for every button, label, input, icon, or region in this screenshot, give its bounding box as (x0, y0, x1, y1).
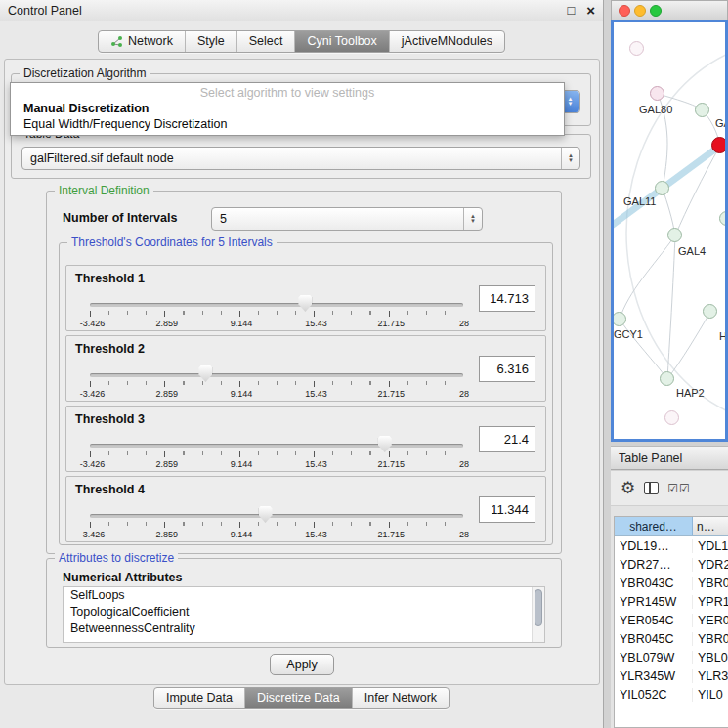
tab-cyni-toolbox[interactable]: Cyni Toolbox (294, 31, 388, 52)
list-item[interactable]: BetweennessCentrality (64, 621, 544, 637)
threshold-slider[interactable]: -3.4262.8599.14415.4321.71528 (90, 504, 463, 541)
network-node[interactable] (612, 312, 626, 326)
tab-select-label: Select (249, 34, 283, 48)
threshold-value-field[interactable]: 14.713 (479, 285, 535, 312)
table-row[interactable]: YDR27…YDR2 (615, 555, 728, 574)
slider-thumb[interactable] (198, 365, 212, 382)
tab-impute-data[interactable]: Impute Data (154, 688, 244, 708)
threshold-label: Threshold 3 (75, 412, 145, 426)
threshold-label: Threshold 1 (75, 272, 145, 285)
table-row[interactable]: YBL079WYBL0 (615, 648, 728, 666)
cyni-toolbox-panel: Discretization Algorithm ▲▼ Table Data g… (4, 59, 600, 685)
tab-style[interactable]: Style (185, 31, 236, 52)
table-row[interactable]: YDL19…YDL1 (615, 536, 728, 555)
slider-thumb[interactable] (259, 506, 273, 523)
threshold-slider[interactable]: -3.4262.8599.14415.4321.71528 (90, 364, 463, 401)
network-node[interactable] (667, 228, 682, 242)
table-data-combo[interactable]: galFiltered.sif default node ▲▼ (21, 147, 580, 170)
interval-definition-group: Interval Definition Number of Intervals … (46, 191, 562, 554)
threshold-slider[interactable]: -3.4262.8599.14415.4321.71528 (90, 434, 463, 471)
node-label: GAL4 (678, 245, 706, 257)
threshold-value-field[interactable]: 6.316 (479, 356, 535, 382)
close-icon[interactable]: × (586, 3, 595, 18)
network-window-titlebar[interactable] (611, 0, 728, 20)
attributes-group-label: Attributes to discretize (55, 551, 178, 565)
slider-track[interactable] (90, 373, 463, 377)
slider-thumb[interactable] (298, 295, 312, 312)
network-view-window: GAL80 GA GAL11 GAL4 GCY1 H HAP2 (611, 0, 728, 442)
table-panel: Table Panel ⚙ ☑☑ shared… n… YDL19…YDL1 Y… (611, 446, 728, 728)
threshold-value-field[interactable]: 21.4 (479, 426, 535, 452)
network-node[interactable] (703, 304, 717, 319)
table-panel-titlebar[interactable]: Table Panel (611, 446, 728, 470)
threshold-row: Threshold 4 11.344 -3.4262.8599.14415.43… (65, 476, 546, 542)
network-icon (110, 35, 123, 47)
table-columns-icon[interactable] (644, 482, 659, 494)
scrollbar[interactable] (532, 587, 544, 642)
column-header-name[interactable]: n… (693, 517, 728, 535)
threshold-value-field[interactable]: 11.344 (479, 496, 535, 523)
table-row[interactable]: YLR345WYLR3 (615, 666, 728, 685)
node-label: HAP2 (676, 387, 705, 399)
table-data-group: Table Data galFiltered.sif default node … (11, 134, 591, 179)
threshold-row: Threshold 2 6.316 -3.4262.8599.14415.432… (65, 335, 546, 402)
float-window-icon[interactable]: □ (567, 4, 575, 17)
network-node[interactable] (655, 181, 669, 195)
network-node[interactable] (629, 41, 644, 56)
apply-button[interactable]: Apply (270, 654, 334, 675)
network-node[interactable] (660, 371, 674, 386)
attributes-list: SelfLoops TopologicalCoefficient Between… (63, 586, 545, 643)
threshold-slider[interactable]: -3.4262.8599.14415.4321.71528 (90, 293, 463, 330)
tab-jactivemodules-label: jActiveMNodules (402, 34, 492, 48)
slider-thumb[interactable] (378, 436, 392, 452)
combo-arrows-icon: ▲▼ (561, 148, 579, 169)
tab-jactivemodules[interactable]: jActiveMNodules (389, 31, 504, 52)
table-panel-title: Table Panel (619, 451, 682, 465)
node-label: H (719, 330, 727, 342)
interval-definition-label: Interval Definition (55, 184, 153, 197)
slider-track[interactable] (90, 303, 463, 307)
slider-scale: -3.4262.8599.14415.4321.71528 (90, 319, 463, 328)
gear-icon[interactable]: ⚙ (621, 480, 635, 496)
menu-item-equal-width[interactable]: Equal Width/Frequency Discretization (11, 116, 564, 132)
network-node[interactable] (719, 211, 728, 226)
tab-select[interactable]: Select (236, 31, 295, 52)
tab-style-label: Style (197, 34, 225, 48)
list-item[interactable]: SelfLoops (64, 587, 544, 604)
number-of-intervals-combo[interactable]: 5 ▲▼ (211, 207, 483, 231)
tab-network[interactable]: Network (99, 31, 185, 52)
node-label: GA (715, 117, 728, 129)
menu-item-manual-discretization[interactable]: Manual Discretization (11, 101, 564, 116)
network-node-selected[interactable] (711, 137, 728, 153)
network-node-gal80[interactable] (650, 86, 664, 101)
table-toolbar: ⚙ ☑☑ (611, 471, 728, 506)
slider-track[interactable] (90, 514, 463, 518)
tab-network-label: Network (128, 34, 173, 48)
list-item[interactable]: TopologicalCoefficient (64, 604, 544, 621)
screen: Control Panel □ × Network Style Select (0, 0, 728, 728)
table-header-row: shared… n… (615, 517, 728, 536)
network-node[interactable] (664, 410, 679, 425)
table-row[interactable]: YBR043CYBR0 (615, 574, 728, 592)
table-row[interactable]: YER054CYER0 (615, 611, 728, 629)
table-panel-body: ⚙ ☑☑ shared… n… YDL19…YDL1 YDR27…YDR2 YB… (611, 471, 728, 728)
tick-marks-major (90, 451, 463, 457)
tab-discretize-data[interactable]: Discretize Data (244, 688, 352, 708)
zoom-traffic-light-icon[interactable] (650, 5, 662, 17)
minimize-traffic-light-icon[interactable] (634, 5, 646, 17)
number-of-intervals-label: Number of Intervals (63, 211, 177, 225)
select-columns-icon[interactable]: ☑☑ (667, 483, 691, 494)
slider-scale: -3.4262.8599.14415.4321.71528 (90, 389, 463, 399)
tab-infer-network[interactable]: Infer Network (352, 688, 449, 708)
numerical-attributes-label: Numerical Attributes (63, 571, 182, 584)
combo-arrows-icon: ▲▼ (463, 208, 482, 230)
scrollbar-thumb[interactable] (535, 589, 542, 626)
table-row[interactable]: YIL052CYIL0 (615, 685, 728, 704)
close-traffic-light-icon[interactable] (619, 5, 630, 17)
column-header-shared-name[interactable]: shared… (615, 517, 693, 535)
table-row[interactable]: YBR045CYBR0 (615, 629, 728, 648)
network-canvas[interactable]: GAL80 GA GAL11 GAL4 GCY1 H HAP2 (611, 20, 728, 442)
slider-track[interactable] (90, 444, 463, 448)
network-node[interactable] (695, 103, 709, 117)
table-row[interactable]: YPR145WYPR1 (615, 592, 728, 611)
